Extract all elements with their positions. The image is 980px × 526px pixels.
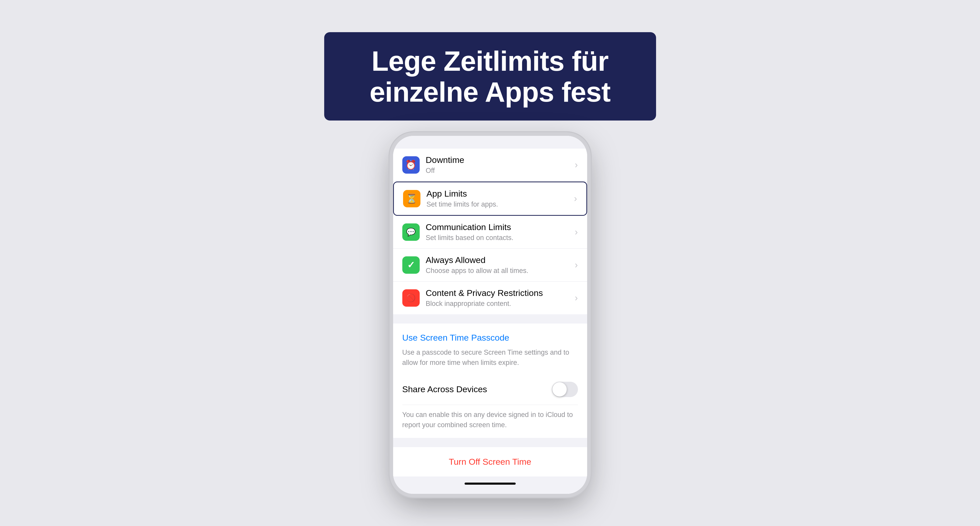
app-limits-item[interactable]: ⏳ App Limits Set time limits for apps. › — [393, 182, 587, 216]
phone-mockup: ⏰ Downtime Off › ⏳ A — [393, 136, 587, 494]
always-allowed-subtitle: Choose apps to allow at all times. — [426, 266, 572, 275]
share-label: Share Across Devices — [402, 384, 487, 394]
always-allowed-item[interactable]: ✓ Always Allowed Choose apps to allow at… — [393, 249, 587, 282]
content-privacy-chevron: › — [575, 293, 578, 303]
share-description: You can enable this on any device signed… — [402, 405, 578, 438]
communication-text: Communication Limits Set limits based on… — [426, 222, 572, 242]
content-privacy-icon-bg: 🚫 — [402, 289, 420, 307]
content-privacy-title: Content & Privacy Restrictions — [426, 288, 572, 298]
share-section: Share Across Devices You can enable this… — [393, 374, 587, 438]
app-limits-title: App Limits — [426, 188, 571, 199]
always-allowed-chevron: › — [575, 260, 578, 270]
main-list-section: ⏰ Downtime Off › ⏳ A — [393, 148, 587, 314]
communication-limits-item[interactable]: 💬 Communication Limits Set limits based … — [393, 216, 587, 249]
scene: Lege Zeitlimits für einzelne Apps fest ⏰… — [324, 32, 656, 494]
always-allowed-icon-bg: ✓ — [402, 257, 420, 274]
app-limits-icon: ⏳ — [406, 193, 417, 204]
passcode-link[interactable]: Use Screen Time Passcode — [402, 333, 578, 343]
header-banner: Lege Zeitlimits für einzelne Apps fest — [324, 32, 656, 121]
content-privacy-text: Content & Privacy Restrictions Block ina… — [426, 288, 572, 308]
always-allowed-icon: ✓ — [407, 260, 415, 270]
downtime-chevron: › — [575, 159, 578, 170]
communication-subtitle: Set limits based on contacts. — [426, 233, 572, 242]
top-space — [393, 136, 587, 148]
downtime-icon-bg: ⏰ — [402, 156, 420, 174]
header-title: Lege Zeitlimits für einzelne Apps fest — [345, 45, 636, 107]
app-limits-icon-bg: ⏳ — [403, 190, 420, 207]
always-allowed-text: Always Allowed Choose apps to allow at a… — [426, 255, 572, 275]
content-privacy-subtitle: Block inappropriate content. — [426, 299, 572, 308]
passcode-section: Use Screen Time Passcode Use a passcode … — [393, 324, 587, 374]
downtime-title: Downtime — [426, 155, 572, 165]
communication-chevron: › — [575, 227, 578, 237]
always-allowed-title: Always Allowed — [426, 255, 572, 265]
turnoff-button[interactable]: Turn Off Screen Time — [449, 457, 531, 467]
app-limits-subtitle: Set time limits for apps. — [426, 200, 571, 209]
content-privacy-icon: 🚫 — [406, 293, 415, 302]
toggle-knob — [552, 382, 567, 397]
communication-icon: 💬 — [406, 228, 415, 236]
downtime-item[interactable]: ⏰ Downtime Off › — [393, 148, 587, 182]
home-indicator — [393, 477, 587, 494]
passcode-description: Use a passcode to secure Screen Time set… — [402, 349, 569, 367]
app-limits-text: App Limits Set time limits for apps. — [426, 188, 571, 209]
share-toggle[interactable] — [552, 382, 578, 397]
app-limits-chevron: › — [574, 193, 577, 204]
communication-icon-bg: 💬 — [402, 223, 420, 241]
downtime-icon: ⏰ — [405, 159, 417, 170]
share-row: Share Across Devices — [402, 374, 578, 405]
phone-screen: ⏰ Downtime Off › ⏳ A — [393, 136, 587, 494]
home-bar — [465, 483, 515, 485]
downtime-text: Downtime Off — [426, 155, 572, 175]
downtime-subtitle: Off — [426, 166, 572, 175]
phone-wrapper: ⏰ Downtime Off › ⏳ A — [393, 136, 587, 494]
communication-title: Communication Limits — [426, 222, 572, 232]
content-privacy-item[interactable]: 🚫 Content & Privacy Restrictions Block i… — [393, 282, 587, 314]
turnoff-section: Turn Off Screen Time — [393, 447, 587, 477]
